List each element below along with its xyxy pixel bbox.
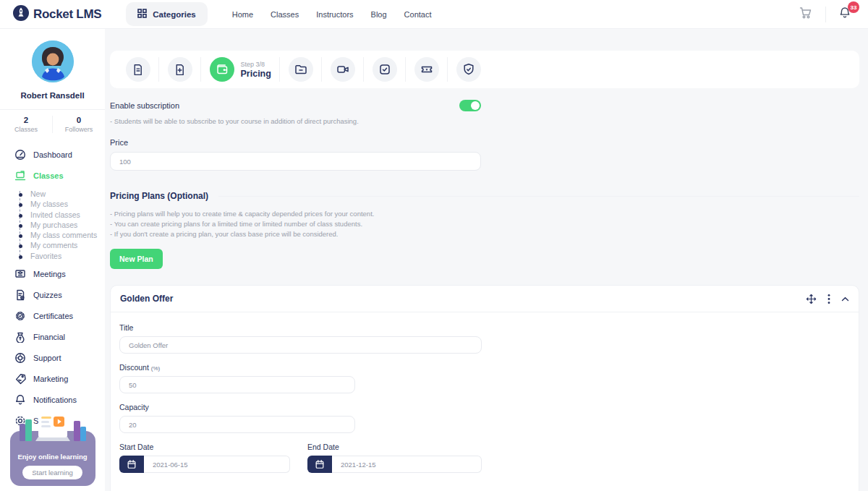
- nav-link-contact[interactable]: Contact: [404, 10, 432, 19]
- capacity-input[interactable]: [119, 416, 355, 433]
- discount-input[interactable]: [119, 376, 355, 393]
- quizzes-icon: [14, 289, 26, 301]
- collapse-chevron-up-icon[interactable]: [841, 296, 849, 302]
- marketing-icon: [14, 373, 26, 385]
- step-6-requirements[interactable]: [363, 57, 405, 82]
- submenu-item-my-class-comments[interactable]: My class comments: [30, 232, 105, 239]
- kebab-menu-icon[interactable]: [827, 294, 830, 304]
- sidebar-item-notifications[interactable]: Notifications: [14, 394, 105, 406]
- submenu-item-new[interactable]: New: [30, 191, 105, 198]
- course-steps-bar: Step 3/8 Pricing: [110, 51, 859, 88]
- note-line: - Pricing plans will help you to create …: [110, 209, 859, 219]
- grid-icon: [137, 9, 147, 20]
- step-progress-label: Step 3/8: [241, 61, 271, 68]
- promo-banner: Enjoy online learning Start learning: [10, 431, 95, 486]
- price-input[interactable]: [110, 152, 481, 171]
- notification-count-badge: 33: [848, 1, 859, 13]
- top-navbar: Rocket LMS Categories Home Classes Instr…: [0, 0, 868, 29]
- shield-check-icon: [456, 57, 481, 82]
- plan-title-input[interactable]: [119, 336, 482, 354]
- file-text-icon: [126, 57, 150, 82]
- nav-link-instructors[interactable]: Instructors: [316, 10, 353, 19]
- stat-classes: 2 Classes: [0, 116, 53, 133]
- submenu-item-favorites[interactable]: Favorites: [30, 253, 105, 260]
- user-name: Robert Ransdell: [20, 91, 84, 100]
- video-camera-icon: [331, 57, 355, 82]
- submenu-item-my-comments[interactable]: My comments: [30, 242, 105, 249]
- calendar-icon[interactable]: [307, 456, 332, 473]
- classes-icon: [14, 170, 26, 182]
- stat-followers: 0 Followers: [53, 116, 105, 133]
- step-8-publish[interactable]: [447, 57, 489, 82]
- step-4-content[interactable]: [279, 57, 321, 82]
- nav-link-home[interactable]: Home: [232, 10, 253, 19]
- start-date-label: Start Date: [119, 443, 290, 451]
- note-line: - You can create pricing plans for a lim…: [110, 219, 859, 229]
- categories-label: Categories: [153, 10, 195, 19]
- new-plan-button[interactable]: New Plan: [110, 249, 163, 269]
- sidebar-item-support[interactable]: Support: [14, 352, 105, 364]
- active-step-name: Pricing: [241, 69, 271, 79]
- categories-button[interactable]: Categories: [126, 2, 207, 26]
- step-1-information[interactable]: [117, 57, 158, 82]
- note-line: - If you don't create a pricing plan, yo…: [110, 229, 859, 239]
- enable-subscription-toggle[interactable]: [459, 100, 481, 111]
- pricing-plans-notes: - Pricing plans will help you to create …: [110, 209, 859, 239]
- end-date-group: [307, 456, 482, 473]
- certificates-icon: [14, 310, 26, 322]
- sidebar-item-dashboard[interactable]: Dashboard: [14, 149, 105, 161]
- sidebar-item-certificates[interactable]: Certificates: [14, 310, 105, 322]
- pricing-plans-heading: Pricing Plans (Optional): [110, 191, 859, 201]
- nav-link-blog[interactable]: Blog: [371, 10, 387, 19]
- wallet-icon: [210, 57, 234, 82]
- check-square-icon: [373, 57, 397, 82]
- nav-links: Home Classes Instructors Blog Contact: [232, 10, 432, 19]
- meetings-icon: [14, 268, 26, 280]
- start-date-input[interactable]: [144, 456, 290, 473]
- submenu-item-invited-classes[interactable]: Invited classes: [30, 212, 105, 219]
- submenu-item-my-classes[interactable]: My classes: [30, 201, 105, 208]
- logo[interactable]: Rocket LMS: [13, 5, 101, 24]
- capacity-label: Capacity: [119, 403, 850, 411]
- sidebar-item-financial[interactable]: Financial: [14, 331, 105, 343]
- file-plus-icon: [168, 57, 192, 82]
- banner-text: Enjoy online learning: [14, 453, 91, 461]
- discount-label: Discount (%): [119, 363, 850, 372]
- step-7-tickets[interactable]: [405, 57, 447, 82]
- sidebar-item-classes[interactable]: Classes: [14, 170, 105, 182]
- logo-text: Rocket LMS: [33, 7, 101, 22]
- folder-icon: [289, 57, 313, 82]
- sidebar-item-marketing[interactable]: Marketing: [14, 373, 105, 385]
- classes-submenu: New My classes Invited classes My purcha…: [20, 191, 105, 260]
- step-2-extra-information[interactable]: [158, 57, 200, 82]
- dashboard-icon: [14, 149, 26, 161]
- move-icon[interactable]: [806, 294, 817, 304]
- learning-illustration: [15, 408, 90, 451]
- step-5-media[interactable]: [321, 57, 363, 82]
- main-content: Step 3/8 Pricing Enable subscription: [105, 29, 868, 491]
- sidebar-item-meetings[interactable]: Meetings: [14, 268, 105, 280]
- end-date-label: End Date: [307, 443, 482, 451]
- sidebar-item-quizzes[interactable]: Quizzes: [14, 289, 105, 301]
- calendar-icon[interactable]: [119, 456, 144, 473]
- price-label: Price: [110, 138, 859, 147]
- title-label: Title: [119, 323, 850, 332]
- avatar[interactable]: [32, 40, 74, 82]
- subscription-hint: - Students will be able to subscribe to …: [110, 116, 859, 127]
- plan-card-golden-offer: Golden Offer Title Discount (%) Capacity…: [110, 285, 859, 491]
- submenu-item-my-purchases[interactable]: My purchases: [30, 222, 105, 229]
- enable-subscription-label: Enable subscription: [110, 101, 179, 110]
- cart-icon[interactable]: [799, 7, 812, 22]
- support-icon: [14, 352, 26, 364]
- user-stats: 2 Classes 0 Followers: [0, 109, 105, 140]
- financial-icon: [14, 331, 26, 343]
- nav-link-classes[interactable]: Classes: [271, 10, 299, 19]
- ticket-icon: [414, 57, 439, 82]
- navbar-divider: [825, 7, 826, 22]
- start-date-group: [119, 456, 290, 473]
- step-3-pricing[interactable]: Step 3/8 Pricing: [200, 57, 279, 82]
- start-learning-button[interactable]: Start learning: [22, 466, 82, 479]
- end-date-input[interactable]: [332, 456, 482, 473]
- notifications-bell[interactable]: 33: [839, 7, 851, 22]
- rocket-logo-icon: [13, 5, 29, 24]
